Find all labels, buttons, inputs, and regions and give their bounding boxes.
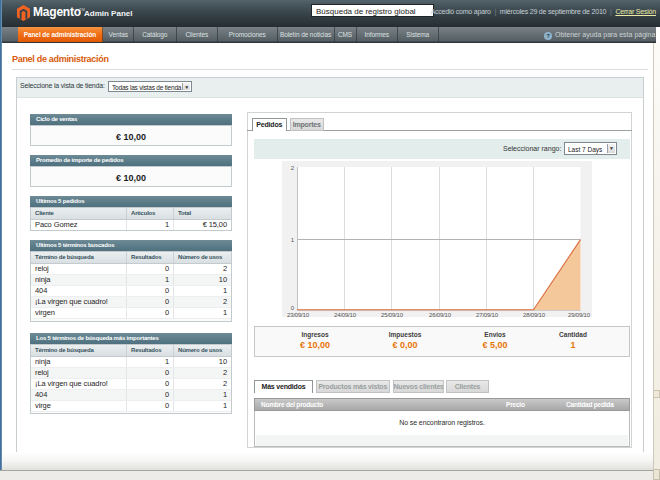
svg-text:25/09/10: 25/09/10 [381, 312, 404, 317]
svg-text:27/09/10: 27/09/10 [476, 312, 499, 317]
svg-text:28/09/10: 28/09/10 [523, 312, 546, 317]
svg-text:23/09/10: 23/09/10 [287, 312, 310, 317]
svg-text:29/09/10: 29/09/10 [568, 312, 591, 317]
svg-text:26/09/10: 26/09/10 [429, 312, 452, 317]
svg-text:24/09/10: 24/09/10 [334, 312, 357, 317]
